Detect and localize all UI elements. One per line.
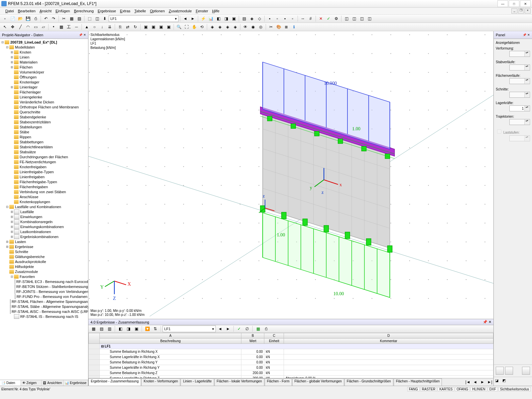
rt-2-icon[interactable]: ▤ — [98, 325, 105, 332]
tree-model-14[interactable]: Stabexzentrizitäten — [1, 119, 87, 124]
tree-model-20[interactable]: Stabsätze — [1, 149, 87, 154]
tree-other-3[interactable]: Glättungsbereiche — [1, 254, 87, 259]
tree-model-10[interactable]: Veränderliche Dicken — [1, 99, 87, 104]
vis1-icon[interactable]: 👁 — [242, 23, 249, 31]
results-tab-2[interactable]: Linien - Lagerkräfte — [181, 378, 214, 386]
tree-model-8[interactable]: Flächenlager — [1, 89, 87, 94]
undo-icon[interactable]: ↶ — [42, 15, 50, 22]
nav-tab-daten[interactable]: 📑Daten — [0, 380, 21, 386]
rt-filter-icon[interactable]: 🔽 — [144, 325, 151, 332]
tree-model-24[interactable]: Linienfreigabe-Typen — [1, 169, 87, 174]
tree-model-2[interactable]: ⊞Materialien — [1, 60, 87, 65]
view1-icon[interactable]: ◧ — [215, 15, 222, 22]
node-icon[interactable]: • — [50, 23, 57, 31]
tree-other-0[interactable]: ⊞Lasten — [1, 239, 87, 244]
results-pin-icon[interactable]: 📌 ✕ — [483, 320, 491, 324]
rt-6-icon[interactable]: ▣ — [133, 325, 140, 332]
move-icon[interactable]: ✥ — [9, 23, 16, 31]
tree-model-12[interactable]: Querschnitte — [1, 109, 87, 114]
tree-model-7[interactable]: ⊞Linienlager — [1, 84, 87, 89]
menu-bearbeiten[interactable]: Bearbeiten — [16, 8, 38, 14]
rt-x-icon[interactable]: ∅ — [243, 325, 251, 332]
status-dxf[interactable]: DXF — [488, 387, 498, 391]
cut-icon[interactable]: ✂ — [60, 15, 67, 22]
tree-model-4[interactable]: Volumenkörper — [1, 69, 87, 74]
dim-icon[interactable]: ↔ — [299, 15, 307, 22]
status-hlinien[interactable]: HLINIEN — [470, 387, 487, 391]
results-tab-6[interactable]: Flächen - Grundschnittgrößen — [344, 378, 393, 386]
rt-check-icon[interactable]: ✓ — [235, 325, 243, 332]
axis1-icon[interactable]: ▪ — [266, 15, 273, 22]
tree-lastfaelle[interactable]: ⊟Lastfälle und Kombinationen — [1, 204, 87, 209]
tree-model-19[interactable]: Stabnichtlinearitäten — [1, 144, 87, 149]
x1-icon[interactable]: ✕ — [317, 15, 325, 22]
tree-lf-4[interactable]: ⊞Lastkombinationen — [1, 229, 87, 234]
chk-icon[interactable]: ✓ — [325, 15, 332, 22]
maximize-button[interactable]: □ — [509, 0, 519, 7]
label-icon[interactable]: # — [307, 15, 314, 22]
vis3-icon[interactable]: ◎ — [257, 23, 264, 31]
hinge-icon[interactable]: ○ — [91, 23, 98, 31]
view3-icon[interactable]: ▣ — [230, 15, 237, 22]
tree-fav-0[interactable]: RF-STAHL EC3 - Bemessung nach Eurocod — [1, 279, 87, 284]
tree-model-28[interactable]: Verbindung von zwei Stäben — [1, 189, 87, 194]
orbit-icon[interactable]: ⟲ — [198, 23, 205, 31]
cube4-icon[interactable]: ▣ — [165, 23, 172, 31]
results-tab-4[interactable]: Flächen - Form — [265, 378, 292, 386]
close-button[interactable]: ✕ — [520, 0, 531, 7]
line-icon[interactable]: ╱ — [17, 23, 24, 31]
tree-fav-1[interactable]: RF-BETON Stützen - Stahlbetonbemessung — [1, 284, 87, 289]
tree-lf-2[interactable]: ⊞Kombinationsregeln — [1, 219, 87, 224]
menu-extras[interactable]: Extras — [118, 8, 132, 14]
axis3-icon[interactable]: ▪ — [281, 15, 289, 22]
results-tab-1[interactable]: Knoten - Verformungen — [141, 378, 180, 386]
tree-root[interactable]: ⊟200728_LineLoad_Ex* [DL] — [1, 40, 87, 45]
result-row[interactable]: Summe Lagerkräfte in Richtung X0.00kN — [89, 354, 493, 360]
result-row[interactable]: Summe Belastung in Richtung Y0.00kN — [89, 360, 493, 365]
rt-excel-icon[interactable]: ▦ — [254, 325, 262, 332]
panel-btn-3[interactable] — [522, 367, 530, 375]
schnitte-spinner[interactable]: ▴▾ — [509, 92, 530, 98]
tab-next-icon[interactable]: ► — [479, 378, 486, 386]
results-tab-0[interactable]: Ergebnisse - Zusammenfassung — [88, 378, 141, 386]
sec-icon[interactable]: ✂ — [267, 23, 275, 31]
navigator-tree[interactable]: ⊟200728_LineLoad_Ex* [DL]⊟Modelldaten⊞Kn… — [0, 39, 88, 380]
panel-pin-icon[interactable]: 📌 ✕ — [523, 33, 530, 37]
tree-other-2[interactable]: Schnitte — [1, 249, 87, 254]
rect-icon[interactable]: ▭ — [32, 23, 39, 31]
cube1-icon[interactable]: ▣ — [142, 23, 149, 31]
menu-datei[interactable]: Datei — [3, 8, 16, 14]
lagerkraefte-spinner[interactable]: ▴▾ — [509, 105, 530, 111]
tree-model-15[interactable]: Stabteilungen — [1, 124, 87, 129]
rt-3-icon[interactable]: ▥ — [106, 325, 113, 332]
panel-tab-2[interactable]: ◩ — [502, 378, 508, 384]
nav-tab-ansichten[interactable]: 🖼Ansichten — [42, 380, 64, 386]
rt-print-icon[interactable]: ⎙ — [262, 325, 270, 332]
p4-icon[interactable]: ◫ — [366, 15, 373, 22]
print-icon[interactable]: ⎙ — [32, 15, 39, 22]
results-loadcase-combo[interactable]: LF1▾ — [163, 326, 216, 332]
trajektorien-spinner[interactable]: ▴▾ — [509, 119, 530, 125]
result-row[interactable]: Summe Belastung in Richtung Z200.00kN — [89, 370, 493, 376]
panel-btn-2[interactable] — [505, 367, 513, 375]
tree-model-23[interactable]: Knotenfreigaben — [1, 164, 87, 169]
stabverlaeufe-spinner[interactable]: ▴▾ — [509, 65, 530, 70]
zoomfit-icon[interactable]: ⛶ — [183, 23, 190, 31]
status-ofang[interactable]: OFANG — [455, 387, 470, 391]
tree-other-4[interactable]: Ausdruckprotokolle — [1, 259, 87, 264]
mdi-restore[interactable]: ❐ — [518, 8, 524, 14]
cs-icon[interactable]: 工 — [65, 23, 72, 31]
cube2-icon[interactable]: ▣ — [150, 23, 157, 31]
tree-lf-3[interactable]: ⊞Einwirkungskombinationen — [1, 224, 87, 229]
tree-model-3[interactable]: ⊞Flächen — [1, 65, 87, 69]
iso1-icon[interactable]: ◈ — [208, 23, 216, 31]
tree-model-9[interactable]: Liniengelenke — [1, 94, 87, 99]
next-icon[interactable]: ► — [189, 15, 197, 22]
p2-icon[interactable]: ◫ — [350, 15, 358, 22]
loadcase-combo[interactable]: LF1▾ — [109, 15, 179, 22]
tab-first-icon[interactable]: |◄ — [464, 378, 471, 386]
tree-lf-0[interactable]: ⊞Lastfälle — [1, 209, 87, 214]
iso2-icon[interactable]: ◈ — [216, 23, 223, 31]
loadcase-icon[interactable]: ⬇ — [101, 15, 108, 22]
menu-berechnung[interactable]: Berechnung — [72, 8, 95, 14]
